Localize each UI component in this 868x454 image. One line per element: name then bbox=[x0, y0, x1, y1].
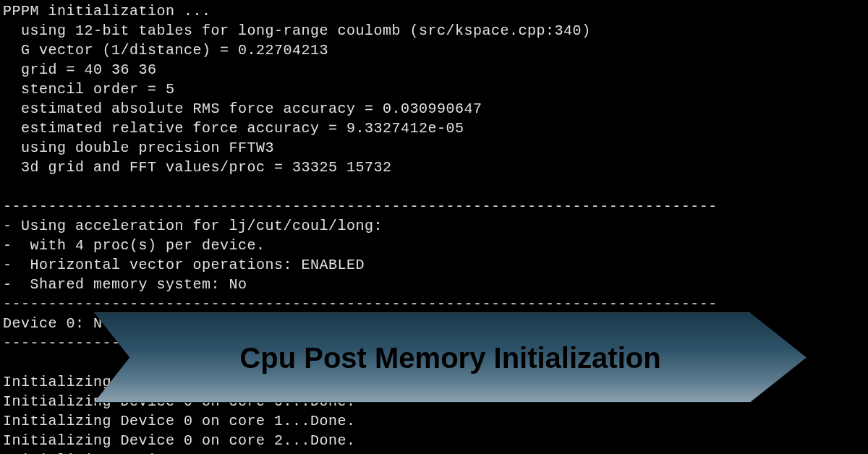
terminal-line: using double precision FFTW3 bbox=[3, 138, 865, 158]
terminal-line: ----------------------------------------… bbox=[3, 294, 865, 314]
terminal-line: - Using acceleration for lj/cut/coul/lon… bbox=[3, 216, 865, 236]
terminal-line: stencil order = 5 bbox=[3, 80, 865, 99]
terminal-line: ----------------------------------------… bbox=[3, 197, 865, 216]
terminal-line: PPPM initialization ... bbox=[3, 1, 865, 21]
terminal-line: Initializing Device 0 on core 2...Done. bbox=[3, 431, 865, 450]
title-banner: Cpu Post Memory Initialization bbox=[94, 312, 807, 403]
terminal-line: using 12-bit tables for long-range coulo… bbox=[3, 21, 865, 40]
terminal-line: G vector (1/distance) = 0.22704213 bbox=[3, 40, 865, 60]
terminal-line bbox=[3, 177, 865, 197]
terminal-line: estimated absolute RMS force accuracy = … bbox=[3, 99, 865, 119]
banner-title: Cpu Post Memory Initialization bbox=[239, 338, 660, 377]
terminal-line: estimated relative force accuracy = 9.33… bbox=[3, 119, 865, 138]
terminal-line: Initializing Device 0 on core 3...Done. bbox=[3, 450, 865, 454]
terminal-line: - Shared memory system: No bbox=[3, 275, 865, 294]
terminal-line: Initializing Device 0 on core 1...Done. bbox=[3, 411, 865, 431]
terminal-line: 3d grid and FFT values/proc = 33325 1573… bbox=[3, 158, 865, 177]
terminal-line: - Horizontal vector operations: ENABLED bbox=[3, 255, 865, 275]
terminal-line: grid = 40 36 36 bbox=[3, 60, 865, 80]
terminal-line: - with 4 proc(s) per device. bbox=[3, 236, 865, 255]
